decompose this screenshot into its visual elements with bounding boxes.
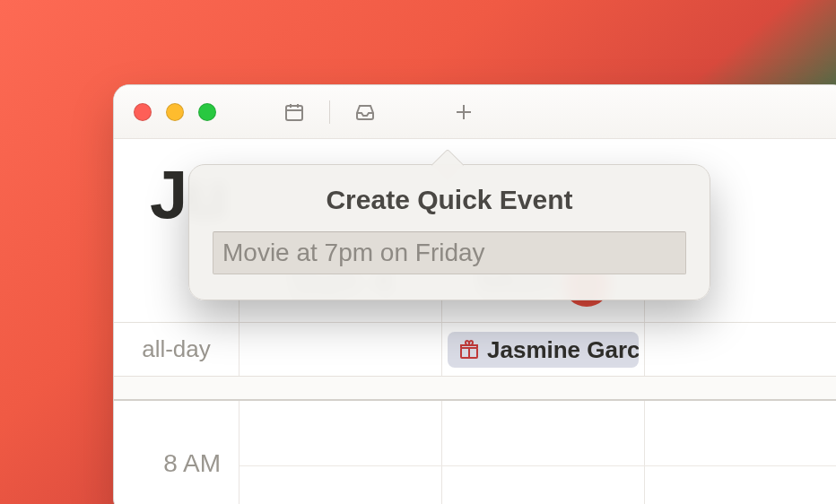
popover-arrow [431,149,465,182]
desktop-background: Ju Sun 4 Mon all-day Jasmine Garci... [0,0,836,504]
window-close-button[interactable] [134,103,152,121]
allday-divider [114,376,836,401]
allday-cell-next[interactable] [645,323,836,376]
window-zoom-button[interactable] [198,103,216,121]
allday-label: all-day [114,323,239,376]
hour-label-8am: 8 AM [163,449,221,478]
quick-event-popover: Create Quick Event [188,164,710,300]
hour-gridline [239,465,836,466]
tray-icon [354,101,376,123]
allday-row: all-day Jasmine Garci... [114,322,836,376]
event-title: Jasmine Garci... [487,336,639,364]
add-event-button[interactable] [447,98,481,126]
plus-icon [453,101,475,123]
hour-cell-mon[interactable] [442,401,645,504]
allday-cell-mon[interactable]: Jasmine Garci... [442,323,645,376]
hour-cell-sun[interactable] [239,401,442,504]
hour-cell-next[interactable] [645,401,836,504]
svg-rect-0 [286,106,302,120]
window-minimize-button[interactable] [166,103,184,121]
allday-cell-sun[interactable] [239,323,442,376]
gift-icon [458,339,480,361]
hour-grid: 8 AM [114,401,836,504]
traffic-lights [134,103,216,121]
time-gutter: 8 AM [114,401,239,504]
window-titlebar [114,85,836,139]
calendars-button[interactable] [277,98,311,126]
popover-title: Create Quick Event [213,185,686,215]
toolbar-separator [329,100,330,124]
calendar-window: Ju Sun 4 Mon all-day Jasmine Garci... [113,84,836,504]
allday-event-chip[interactable]: Jasmine Garci... [448,332,639,368]
calendar-icon [283,101,305,123]
inbox-button[interactable] [348,98,382,126]
quick-event-input[interactable] [213,231,686,274]
